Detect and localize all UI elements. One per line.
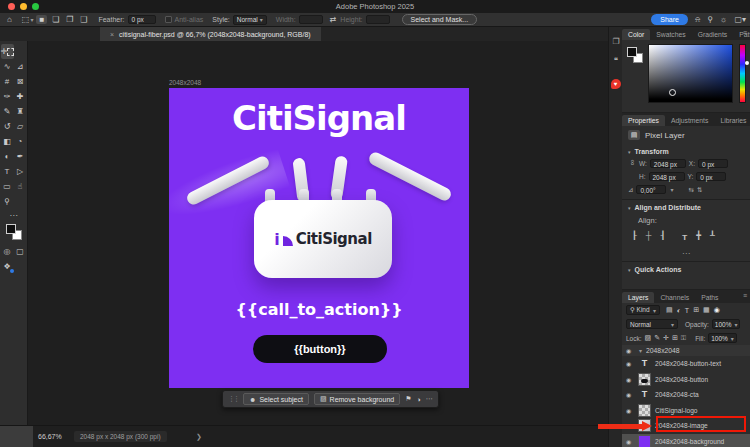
blend-mode-select[interactable]: Normal▾ bbox=[626, 319, 678, 329]
tab-patterns[interactable]: Patterns bbox=[733, 29, 750, 40]
filter-toggle-icon[interactable]: ◉ bbox=[714, 306, 720, 314]
hue-slider[interactable] bbox=[739, 44, 746, 103]
layer-filter-select[interactable]: ⚲ Kind ▾ bbox=[626, 305, 660, 315]
search-icon[interactable]: ⚲ bbox=[707, 15, 713, 24]
home-icon[interactable]: ⌂ bbox=[7, 15, 12, 24]
intersect-selection-mode-button[interactable]: ❑ bbox=[78, 15, 89, 24]
tab-color[interactable]: Color bbox=[622, 29, 650, 40]
zoom-level-value[interactable]: 66,67% bbox=[38, 433, 62, 440]
height-input[interactable] bbox=[366, 15, 390, 24]
panel-more-icon[interactable]: ⋯ bbox=[622, 246, 750, 261]
align-center-vertical-icon[interactable]: ╋ bbox=[696, 231, 701, 240]
filter-adjustment-layers-icon[interactable]: ◐ bbox=[677, 307, 681, 314]
document-tab[interactable]: × citisignal-fiber.psd @ 66,7% (2048x204… bbox=[100, 27, 321, 41]
color-field[interactable] bbox=[648, 44, 733, 103]
visibility-eye-icon[interactable]: ◉ bbox=[626, 376, 634, 383]
sync-status-icon[interactable]: ❖ bbox=[1, 259, 14, 274]
lock-pixels-icon[interactable]: ✎ bbox=[654, 334, 660, 342]
align-top-icon[interactable]: ┰ bbox=[682, 231, 687, 240]
marquee-tool-icon[interactable]: ⬚▾ bbox=[22, 15, 34, 24]
panel-menu-icon[interactable]: ≡ bbox=[743, 29, 747, 36]
filter-type-layers-icon[interactable]: T bbox=[685, 307, 689, 314]
width-input[interactable] bbox=[299, 15, 323, 24]
tab-properties[interactable]: Properties bbox=[622, 115, 665, 126]
tab-adjustments[interactable]: Adjustments bbox=[665, 115, 714, 126]
width-value-input[interactable]: 2048 px bbox=[650, 159, 686, 168]
link-wh-icon[interactable]: ∞ bbox=[628, 160, 637, 168]
tab-channels[interactable]: Channels bbox=[654, 292, 695, 303]
align-bottom-icon[interactable]: ┸ bbox=[710, 231, 715, 240]
flip-vertical-icon[interactable]: ⇅ bbox=[697, 186, 702, 194]
notification-badge-icon[interactable]: ♥ bbox=[611, 79, 621, 89]
filter-smart-objects-icon[interactable]: ▦ bbox=[703, 306, 710, 314]
layer-row-button[interactable]: ◉ 2048x2048-button bbox=[622, 372, 750, 388]
screen-mode-button[interactable]: ▢ bbox=[14, 244, 27, 259]
align-section-header[interactable]: ▾Align and Distribute bbox=[622, 199, 750, 213]
history-panel-icon[interactable]: ❐ bbox=[609, 37, 623, 46]
artboard-canvas[interactable]: CitiSignal i CitiSignal {{call_to_action… bbox=[169, 88, 469, 388]
lock-transparency-icon[interactable]: ▨ bbox=[645, 334, 652, 342]
clone-stamp-tool[interactable]: ♜ bbox=[14, 104, 27, 119]
zoom-tool[interactable]: ⚲ bbox=[1, 194, 14, 209]
align-left-icon[interactable]: ┠ bbox=[632, 231, 637, 240]
object-selection-tool[interactable]: ⊿ bbox=[14, 59, 27, 74]
lock-position-icon[interactable]: ✛ bbox=[663, 334, 669, 342]
filter-pixel-layers-icon[interactable]: ▤ bbox=[666, 306, 673, 314]
color-field-cursor[interactable] bbox=[669, 89, 676, 96]
flip-horizontal-icon[interactable]: ⇆ bbox=[688, 186, 693, 194]
quick-mask-button[interactable]: ◎ bbox=[1, 244, 14, 259]
type-tool[interactable]: T bbox=[1, 164, 14, 179]
layer-row-cta[interactable]: ◉ T 2048x2048-cta bbox=[622, 387, 750, 403]
discover-icon[interactable]: ☼ bbox=[720, 15, 727, 24]
rotation-angle-input[interactable]: 0,00° bbox=[636, 185, 666, 194]
fill-input[interactable]: 100%▾ bbox=[708, 333, 737, 343]
status-chevron-icon[interactable]: ❯ bbox=[196, 433, 202, 441]
opacity-input[interactable]: 100%▾ bbox=[712, 319, 741, 329]
foreground-background-swatches[interactable] bbox=[6, 224, 22, 240]
select-subject-button[interactable]: ☻ Select subject bbox=[243, 393, 309, 405]
marquee-tool[interactable] bbox=[14, 44, 27, 59]
tab-layers[interactable]: Layers bbox=[622, 292, 654, 303]
layer-row-button-text[interactable]: ◉ T 2048x2048-button-text bbox=[622, 356, 750, 372]
rectangle-tool[interactable]: ▭ bbox=[1, 179, 14, 194]
tab-libraries[interactable]: Libraries bbox=[714, 115, 750, 126]
lock-artboard-icon[interactable]: ⊞ bbox=[672, 334, 678, 342]
adjustments-icon[interactable]: ◑ bbox=[416, 396, 420, 403]
layer-group-row[interactable]: ◉ ▾ 2048x2048 bbox=[622, 345, 750, 356]
subtract-selection-mode-button[interactable]: ❐ bbox=[64, 15, 75, 24]
visibility-eye-icon[interactable]: ◉ bbox=[626, 438, 634, 445]
comments-panel-icon[interactable]: ❝ bbox=[609, 56, 623, 65]
quick-actions-header[interactable]: ▾Quick Actions bbox=[622, 261, 750, 275]
layers-panel-menu-icon[interactable]: ≡ bbox=[743, 292, 747, 299]
link-dimensions-icon[interactable]: ⇄ bbox=[330, 15, 337, 24]
frame-tool[interactable]: ⊠ bbox=[14, 74, 27, 89]
hand-tool[interactable]: ☝ bbox=[14, 179, 27, 194]
dodge-tool[interactable]: ◐ bbox=[1, 149, 14, 164]
workspace-switcher-icon[interactable]: ▢▾ bbox=[734, 15, 746, 24]
color-swatch-pair[interactable] bbox=[627, 47, 643, 63]
lasso-tool[interactable]: ∿ bbox=[1, 59, 14, 74]
x-value-input[interactable]: 0 px bbox=[698, 159, 728, 168]
remove-background-button[interactable]: ▨ Remove background bbox=[314, 393, 400, 405]
eyedropper-tool[interactable]: ✑ bbox=[1, 89, 14, 104]
edit-toolbar-icon[interactable]: ⋯ bbox=[0, 211, 27, 220]
more-options-icon[interactable]: ⋯ bbox=[426, 395, 433, 403]
visibility-eye-icon[interactable]: ◉ bbox=[626, 407, 634, 414]
anti-alias-checkbox[interactable] bbox=[165, 16, 172, 23]
feedback-flag-icon[interactable]: ⚑ bbox=[405, 395, 411, 403]
visibility-eye-icon[interactable]: ◉ bbox=[626, 360, 634, 367]
share-button[interactable]: Share bbox=[651, 14, 688, 25]
gradient-tool[interactable]: ◧ bbox=[1, 134, 14, 149]
canvas-area[interactable]: 2048x2048 CitiSignal i CitiSignal {{call… bbox=[29, 41, 608, 425]
filter-shape-layers-icon[interactable]: ⊞ bbox=[693, 306, 699, 314]
align-center-horizontal-icon[interactable]: ┼ bbox=[646, 231, 652, 240]
taskbar-drag-handle[interactable]: ⋮⋮ bbox=[228, 395, 238, 403]
history-brush-tool[interactable]: ↺ bbox=[1, 119, 14, 134]
angle-dropdown-icon[interactable]: ▾ bbox=[670, 186, 673, 193]
new-selection-mode-button[interactable]: ■ bbox=[36, 15, 47, 24]
add-selection-mode-button[interactable]: ❏ bbox=[50, 15, 61, 24]
close-tab-icon[interactable]: × bbox=[110, 31, 114, 38]
blur-tool[interactable]: ◔ bbox=[14, 134, 27, 149]
select-and-mask-button[interactable]: Select and Mask... bbox=[402, 14, 478, 25]
bell-icon[interactable]: ⍾ bbox=[695, 15, 700, 25]
